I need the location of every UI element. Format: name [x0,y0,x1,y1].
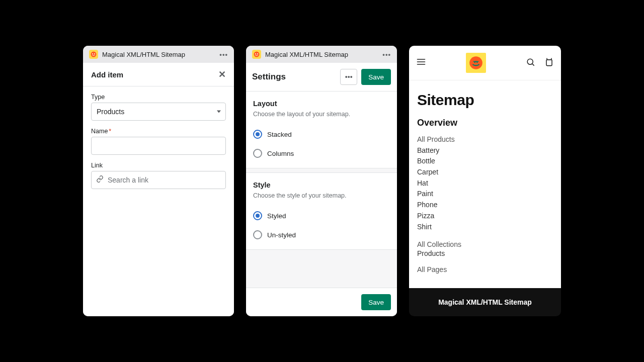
radio-icon [253,230,262,239]
all-products-link[interactable]: All Products [417,134,553,145]
list-item[interactable]: Pizza [417,211,553,222]
layout-option-stacked[interactable]: Stacked [253,125,390,144]
layout-heading: Layout [253,100,390,108]
settings-body: Layout Choose the layout of your sitemap… [246,92,397,288]
store-footer: Magical XML/HTML Sitemap [409,288,561,316]
store-logo[interactable] [466,53,486,73]
layout-option-columns-label: Columns [267,150,294,157]
svg-line-11 [532,64,534,65]
storefront-preview: Sitemap Overview All Products Battery Bo… [409,46,561,316]
name-input[interactable] [91,137,226,155]
save-button-footer[interactable]: Save [361,294,391,310]
more-icon[interactable]: ••• [382,51,391,58]
svg-point-1 [92,53,93,54]
list-item[interactable]: Phone [417,200,553,211]
type-select-wrap: Products [91,103,226,121]
more-icon[interactable]: ••• [219,51,228,58]
type-label: Type [91,94,226,101]
page-title: Sitemap [417,92,553,109]
svg-point-5 [257,53,258,54]
modal-header: Add item ✕ [83,63,234,86]
app-icon [252,50,261,59]
settings-header: Settings ••• Save [246,63,397,92]
style-option-styled[interactable]: Styled [253,206,390,225]
style-heading: Style [253,181,390,189]
footer-text: Magical XML/HTML Sitemap [438,298,532,306]
style-option-styled-label: Styled [267,212,286,220]
name-label-text: Name [91,128,108,135]
settings-panel: Magical XML/HTML Sitemap ••• Settings ••… [246,46,397,316]
sitemap-content: Sitemap Overview All Products Battery Bo… [409,80,561,288]
add-item-panel: Magical XML/HTML Sitemap ••• Add item ✕ … [83,46,234,316]
required-asterisk: * [109,128,111,135]
link-input-wrap [91,171,226,189]
list-item[interactable]: Carpet [417,167,553,178]
link-icon [96,175,104,185]
save-button[interactable]: Save [361,69,391,85]
search-icon[interactable] [526,57,535,69]
list-item[interactable]: Paint [417,189,553,200]
settings-footer: Save [246,288,397,316]
menu-icon[interactable] [416,57,426,69]
list-item[interactable]: Hat [417,178,553,189]
list-item[interactable]: Bottle [417,156,553,167]
style-option-unstyled-label: Un-styled [267,231,296,239]
app-title: Magical XML/HTML Sitemap [265,51,348,58]
radio-icon [253,130,262,139]
svg-point-3 [254,52,260,57]
svg-rect-12 [546,59,552,65]
app-icon [89,50,98,59]
name-label: Name* [91,128,226,135]
svg-point-4 [255,53,256,54]
style-option-unstyled[interactable]: Un-styled [253,225,390,244]
layout-option-stacked-label: Stacked [267,131,292,138]
style-description: Choose the style of your sitemap. [253,192,390,199]
layout-description: Choose the layout of your sitemap. [253,111,390,118]
radio-icon [253,149,262,158]
products-list: All Products Battery Bottle Carpet Hat P… [417,134,553,232]
app-title: Magical XML/HTML Sitemap [102,51,185,58]
modal-title: Add item [91,70,123,79]
list-item[interactable]: Shirt [417,222,553,233]
type-select[interactable]: Products [91,103,226,121]
overview-heading: Overview [417,118,553,128]
settings-title: Settings [252,72,336,82]
link-label: Link [91,162,226,169]
svg-point-10 [527,59,533,64]
close-icon[interactable]: ✕ [218,70,226,79]
layout-option-columns[interactable]: Columns [253,144,390,163]
style-section: Style Choose the style of your sitemap. … [246,172,397,250]
all-collections-link[interactable]: All Collections [417,240,553,248]
add-item-form: Type Products Name* Link [83,86,234,316]
list-item[interactable]: Battery [417,145,553,156]
radio-icon [253,211,262,220]
store-header [409,46,561,80]
cart-icon[interactable] [544,57,554,69]
more-button[interactable]: ••• [340,69,357,85]
svg-point-9 [469,56,482,69]
all-pages-link[interactable]: All Pages [417,265,553,274]
layout-section: Layout Choose the layout of your sitemap… [246,92,397,168]
app-title-bar: Magical XML/HTML Sitemap ••• [83,46,234,63]
link-input[interactable] [91,171,226,189]
svg-point-0 [91,52,97,57]
svg-point-2 [94,53,95,54]
list-item[interactable]: Products [417,249,553,257]
app-title-bar: Magical XML/HTML Sitemap ••• [246,46,397,63]
